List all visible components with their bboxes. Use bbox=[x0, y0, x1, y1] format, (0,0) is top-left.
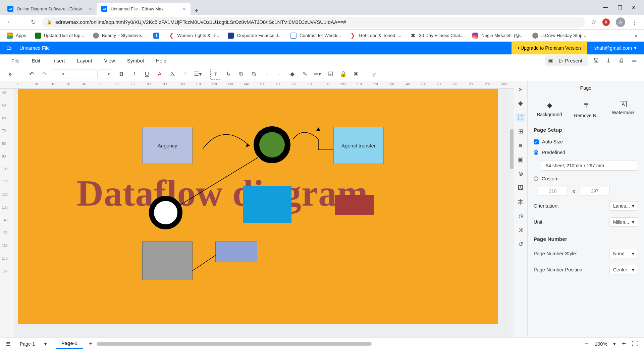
checkbox-icon[interactable]: ✓ bbox=[534, 139, 539, 144]
scrollbar-thumb[interactable] bbox=[510, 129, 514, 169]
checkbox-tool-icon[interactable]: ☑ bbox=[325, 69, 336, 80]
shape-lightblue[interactable] bbox=[215, 242, 257, 262]
shape-circle-green[interactable] bbox=[254, 126, 290, 163]
text-tool-icon[interactable]: T bbox=[210, 69, 221, 80]
layers-panel-icon[interactable]: ≡ bbox=[516, 141, 525, 150]
url-input[interactable]: 🔒 edrawmax.com/online/app.html?y0/KUjV2K… bbox=[42, 17, 585, 28]
expand-panel-icon[interactable]: » bbox=[516, 85, 525, 93]
menu-symbol[interactable]: Symbol bbox=[121, 58, 150, 63]
line-spacing-icon[interactable]: ☰▾ bbox=[193, 69, 203, 80]
menu-layout[interactable]: Layout bbox=[71, 58, 98, 63]
undo-icon[interactable]: ↶ bbox=[26, 69, 37, 80]
outline-icon[interactable]: ☰ bbox=[6, 341, 10, 347]
radio-icon[interactable] bbox=[534, 176, 538, 181]
search-icon[interactable]: ⌕ bbox=[369, 69, 380, 80]
tools-icon[interactable]: ✖ bbox=[351, 69, 361, 80]
chevron-down-icon[interactable]: ▾ bbox=[613, 341, 616, 347]
tab-remove-bg[interactable]: 〒Remove B... bbox=[574, 101, 600, 118]
align-text-icon[interactable]: ≡ bbox=[180, 69, 191, 80]
pn-style-select[interactable]: None▾ bbox=[609, 249, 638, 258]
shape-agent-transfer[interactable]: Agenct transfer bbox=[333, 127, 384, 164]
save-icon[interactable]: 🖫 bbox=[591, 56, 600, 65]
title-text[interactable]: Dataflow diagram bbox=[77, 172, 368, 215]
shape-front-icon[interactable]: ⧉ bbox=[236, 69, 247, 80]
text-height-icon[interactable]: Ⲇ bbox=[167, 69, 178, 80]
custom-row[interactable]: Custom bbox=[528, 173, 644, 184]
fit-screen-icon[interactable]: ⛶ bbox=[632, 340, 638, 347]
predefined-row[interactable]: Predefined bbox=[528, 147, 644, 158]
pn-pos-select[interactable]: Center▾ bbox=[609, 265, 638, 274]
menu-file[interactable]: File bbox=[5, 58, 25, 63]
kebab-icon[interactable]: ⋮ bbox=[631, 18, 637, 26]
shape-circle-white[interactable] bbox=[149, 196, 182, 229]
autosize-row[interactable]: ✓Auto Size bbox=[528, 136, 644, 147]
bookmark-item[interactable]: ❮Women Tights & Tr... bbox=[168, 33, 219, 39]
add-page-icon[interactable]: + bbox=[89, 340, 93, 348]
orientation-select[interactable]: Lands...▾ bbox=[609, 201, 638, 211]
bookmark-overflow-icon[interactable]: » bbox=[635, 33, 637, 38]
data-panel-icon[interactable]: ⊜ bbox=[516, 169, 525, 178]
print-icon[interactable]: ⎙ bbox=[616, 56, 626, 65]
tab-background[interactable]: ◆Background bbox=[537, 101, 562, 118]
fill-panel-icon[interactable]: ◆ bbox=[516, 99, 525, 107]
tab-watermark[interactable]: AWatermark bbox=[612, 101, 635, 118]
lock-tool-icon[interactable]: 🔒 bbox=[338, 69, 348, 80]
reload-icon[interactable]: ↻ bbox=[31, 18, 36, 26]
page-panel-icon[interactable]: ⬚ bbox=[516, 113, 525, 122]
minimize-icon[interactable]: — bbox=[603, 4, 608, 10]
share-icon[interactable]: ⫘ bbox=[629, 56, 639, 65]
export-panel-icon[interactable]: ⎘ bbox=[516, 212, 525, 220]
bold-icon[interactable]: B bbox=[116, 69, 127, 80]
redo-icon[interactable]: ↷ bbox=[39, 69, 50, 80]
app-logo-icon[interactable]: ⊃ bbox=[5, 44, 13, 52]
browser-tab-1[interactable]: ⊃ Unnamed File - Edraw Max × bbox=[97, 3, 191, 15]
bookmark-item[interactable]: ⌘30 Day Fitness Chal... bbox=[410, 33, 464, 39]
shape-blue[interactable] bbox=[243, 186, 291, 223]
distribute-icon[interactable]: ⫞ bbox=[274, 69, 285, 80]
bookmark-item[interactable]: J.Crew Holiday Strip... bbox=[532, 33, 586, 39]
shape-agency[interactable]: Angency bbox=[142, 127, 193, 164]
zoom-in-icon[interactable]: + bbox=[622, 340, 626, 348]
tree-panel-icon[interactable]: ⽊ bbox=[516, 198, 525, 206]
forward-icon[interactable]: → bbox=[19, 18, 25, 26]
new-tab-button[interactable]: + bbox=[191, 7, 203, 15]
page-select[interactable]: Page-1▾ bbox=[16, 340, 50, 348]
vertical-scrollbar[interactable] bbox=[510, 89, 514, 337]
browser-tab-0[interactable]: ⊃ Online Diagram Software - Edraw × bbox=[3, 3, 97, 15]
font-family-select[interactable]: ▾ bbox=[52, 70, 95, 79]
scrollbar-thumb[interactable] bbox=[97, 342, 372, 346]
menu-insert[interactable]: Insert bbox=[46, 58, 71, 63]
display-panel-icon[interactable]: ▣ bbox=[516, 155, 525, 164]
apps-button[interactable]: Apps bbox=[7, 33, 26, 39]
bookmark-item[interactable]: Contract for Weddi... bbox=[290, 33, 341, 39]
extension-badge[interactable]: K bbox=[602, 18, 610, 26]
align-left-icon[interactable]: ⫞ bbox=[261, 69, 272, 80]
slideshow-icon[interactable]: ▣ bbox=[546, 56, 555, 65]
radio-icon[interactable] bbox=[534, 150, 538, 155]
shape-gray[interactable] bbox=[142, 242, 193, 280]
connector-icon[interactable]: ↳ bbox=[223, 69, 234, 80]
bookmark-item[interactable]: f bbox=[153, 33, 159, 39]
bookmark-item[interactable]: Updated list of top... bbox=[35, 33, 84, 39]
shuffle-panel-icon[interactable]: ⤮ bbox=[516, 226, 525, 234]
close-icon[interactable]: × bbox=[183, 6, 186, 12]
font-size-select[interactable]: ▾ bbox=[97, 70, 114, 79]
expand-sidebar-icon[interactable]: » bbox=[5, 69, 15, 80]
menu-view[interactable]: View bbox=[98, 58, 121, 63]
canvas-page[interactable]: Dataflow diagram Angency Agenct transfer bbox=[18, 89, 498, 324]
horizontal-scrollbar[interactable] bbox=[97, 342, 335, 346]
download-icon[interactable]: ⤓ bbox=[604, 56, 613, 65]
image-panel-icon[interactable]: 🖼 bbox=[516, 183, 525, 192]
shape-back-icon[interactable]: ⧉ bbox=[249, 69, 259, 80]
menu-help[interactable]: Help bbox=[150, 58, 172, 63]
grid-panel-icon[interactable]: ⊞ bbox=[516, 127, 525, 136]
history-panel-icon[interactable]: ↺ bbox=[516, 240, 525, 249]
back-icon[interactable]: ← bbox=[7, 18, 13, 26]
shape-red[interactable] bbox=[335, 195, 374, 215]
close-window-icon[interactable]: ✕ bbox=[632, 4, 636, 11]
upgrade-button[interactable]: • Upgrade to Premium Version bbox=[512, 42, 587, 54]
underline-icon[interactable]: U bbox=[142, 69, 152, 80]
bookmark-item[interactable]: Negin Mirsalehi (@... bbox=[472, 33, 524, 39]
close-icon[interactable]: × bbox=[89, 6, 92, 12]
bookmark-item[interactable]: ❯Get Lean & Toned i... bbox=[350, 33, 401, 39]
